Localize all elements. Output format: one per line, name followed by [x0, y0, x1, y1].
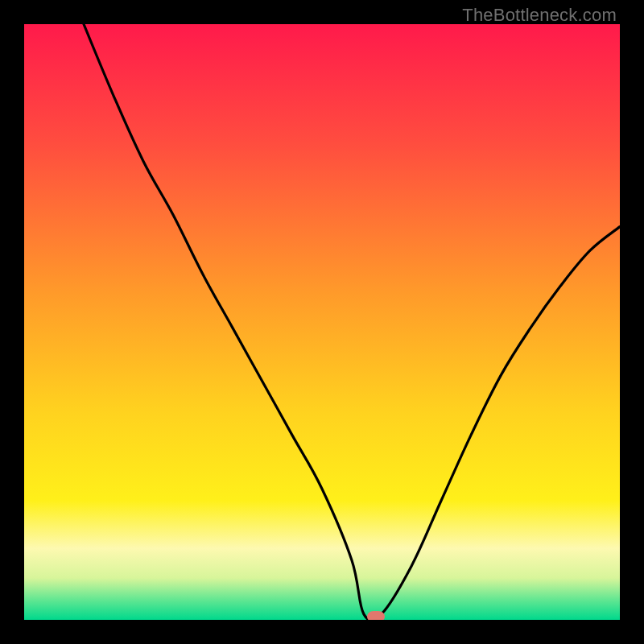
plot-area — [24, 24, 620, 620]
watermark-text: TheBottleneck.com — [462, 5, 617, 26]
bottleneck-curve — [24, 24, 620, 620]
optimal-point-marker — [367, 611, 385, 620]
chart-frame: TheBottleneck.com — [0, 0, 644, 644]
